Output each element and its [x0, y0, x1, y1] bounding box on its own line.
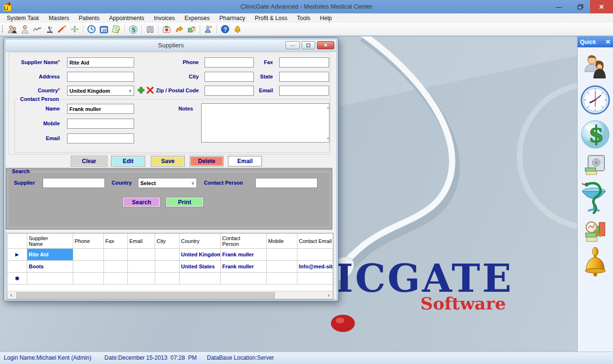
patient-icon[interactable]: [19, 24, 31, 34]
return-arrow-icon[interactable]: [173, 24, 185, 34]
grid-row-boots[interactable]: Boots United States Frank muller Info@me…: [7, 261, 333, 273]
menu-profit-loss[interactable]: Profit & Loss: [250, 14, 292, 22]
quick-patients-icon[interactable]: [582, 51, 608, 83]
address-input[interactable]: [67, 72, 134, 82]
signature-icon[interactable]: [31, 24, 44, 34]
suppliers-dialog-titlebar[interactable]: Suppliers — ✕: [6, 40, 336, 52]
cell-contact-email[interactable]: [297, 249, 333, 260]
cell-fax[interactable]: [104, 249, 128, 260]
contact-mobile-input[interactable]: [67, 119, 134, 129]
menu-tools[interactable]: Tools: [292, 14, 315, 22]
help-icon[interactable]: ?: [219, 24, 231, 34]
main-titlebar[interactable]: Li ClinicGate Advanced - Medsites Medica…: [0, 0, 613, 13]
fax-input[interactable]: [279, 57, 329, 67]
save-button[interactable]: Save: [151, 156, 185, 166]
grid-header-mobile[interactable]: Mobile: [267, 233, 297, 248]
cell-email[interactable]: [128, 249, 155, 260]
quick-expenses-safe-icon[interactable]: [583, 152, 607, 179]
search-supplier-input[interactable]: [43, 178, 105, 188]
menu-patients[interactable]: Patients: [74, 14, 104, 22]
supplier-name-input[interactable]: [67, 57, 134, 67]
backup-user-icon[interactable]: [202, 24, 215, 34]
menu-expenses[interactable]: Expenses: [180, 14, 215, 22]
quick-appointments-clock-icon[interactable]: [580, 83, 611, 117]
purchase-icon[interactable]: [185, 24, 198, 34]
services-icon[interactable]: [68, 24, 81, 34]
quick-panel-header[interactable]: Quick ✕: [578, 36, 613, 47]
patients-icon[interactable]: [6, 24, 19, 34]
cell-city[interactable]: [155, 273, 180, 284]
cell-contact-person[interactable]: Frank muller: [221, 249, 267, 260]
scroll-left-icon[interactable]: ‹: [7, 291, 15, 299]
cell-supplier-name[interactable]: [27, 273, 73, 284]
grid-header-supplier-name[interactable]: Supplier Name: [27, 233, 73, 248]
minimize-button[interactable]: —: [551, 0, 567, 13]
cell-contact-person[interactable]: Frank muller: [221, 261, 267, 272]
expenses-safe-icon[interactable]: [144, 24, 156, 34]
menu-appointments[interactable]: Appointments: [104, 14, 149, 22]
delete-country-icon[interactable]: [147, 87, 154, 94]
search-button[interactable]: Search: [123, 197, 160, 207]
cell-mobile[interactable]: [267, 249, 297, 260]
grid-row-rite-aid[interactable]: ▶ Rite Aid United Kingdom Frank muller: [7, 249, 333, 261]
close-button[interactable]: ✕: [590, 0, 613, 13]
dialog-maximize-button[interactable]: [302, 41, 315, 49]
appointments-clock-icon[interactable]: [85, 24, 98, 34]
menu-system-task[interactable]: System Task: [2, 14, 44, 22]
city-input[interactable]: [204, 72, 254, 82]
print-button[interactable]: Print: [166, 197, 204, 207]
cell-country[interactable]: [180, 273, 221, 284]
cell-supplier-name[interactable]: Rite Aid: [27, 249, 73, 260]
cell-contact-email[interactable]: Info@med-sites.c: [297, 261, 333, 272]
cell-email[interactable]: [128, 261, 155, 272]
cell-supplier-name[interactable]: Boots: [27, 261, 73, 272]
grid-header-city[interactable]: City: [155, 233, 180, 248]
clear-button[interactable]: Clear: [71, 156, 107, 166]
delete-button[interactable]: Delete: [190, 156, 224, 166]
notes-scroll-down-icon[interactable]: ∨: [326, 136, 329, 141]
edit-button[interactable]: Edit: [111, 156, 145, 166]
payments-dollar-icon[interactable]: $: [127, 24, 139, 34]
menu-invoices[interactable]: Invoices: [149, 14, 180, 22]
menu-pharmacy[interactable]: Pharmacy: [215, 14, 250, 22]
zip-input[interactable]: [204, 86, 254, 96]
scroll-right-icon[interactable]: ›: [325, 291, 333, 299]
cell-mobile[interactable]: [267, 273, 297, 284]
quick-close-icon[interactable]: ✕: [605, 38, 611, 45]
grid-header-contact-person[interactable]: Contact Person: [221, 233, 267, 248]
state-input[interactable]: [279, 72, 329, 82]
cell-phone[interactable]: [73, 261, 104, 272]
quick-pharmacy-icon[interactable]: [580, 179, 610, 218]
cell-phone[interactable]: [73, 273, 104, 284]
quick-billing-dollar-icon[interactable]: $: [580, 117, 610, 152]
prescription-pen-icon[interactable]: [56, 24, 68, 34]
notes-scroll-up-icon[interactable]: ∧: [326, 105, 329, 110]
cell-contact-email[interactable]: [297, 273, 333, 284]
add-country-icon[interactable]: [137, 87, 145, 94]
grid-header-fax[interactable]: Fax: [104, 233, 128, 248]
cell-country[interactable]: United States: [180, 261, 221, 272]
country-select[interactable]: United Kingdom ∨: [67, 86, 134, 96]
grid-header-phone[interactable]: Phone: [73, 233, 104, 248]
menu-masters[interactable]: Masters: [44, 14, 74, 22]
scrollbar-thumb[interactable]: [16, 292, 275, 298]
reminder-bell-icon[interactable]: [231, 24, 244, 34]
billing-note-icon[interactable]: [110, 24, 123, 34]
cell-fax[interactable]: [104, 273, 128, 284]
search-country-select[interactable]: Select ∨: [138, 178, 197, 188]
grid-row-new[interactable]: ✱: [7, 273, 333, 285]
contact-email-input[interactable]: [67, 133, 134, 143]
search-contact-input[interactable]: [255, 178, 318, 188]
phone-input[interactable]: [204, 57, 254, 67]
quick-reports-icon[interactable]: [583, 218, 608, 245]
contact-name-input[interactable]: [67, 104, 134, 114]
grid-horizontal-scrollbar[interactable]: ‹ ›: [7, 291, 333, 299]
lab-microscope-icon[interactable]: [44, 24, 56, 34]
menu-help[interactable]: Help: [315, 14, 337, 22]
email-button[interactable]: Email: [228, 156, 262, 166]
dialog-close-button[interactable]: ✕: [317, 41, 334, 49]
cell-fax[interactable]: [104, 261, 128, 272]
cell-email[interactable]: [128, 273, 155, 284]
dialog-minimize-button[interactable]: —: [285, 41, 300, 49]
cell-city[interactable]: [155, 261, 180, 272]
